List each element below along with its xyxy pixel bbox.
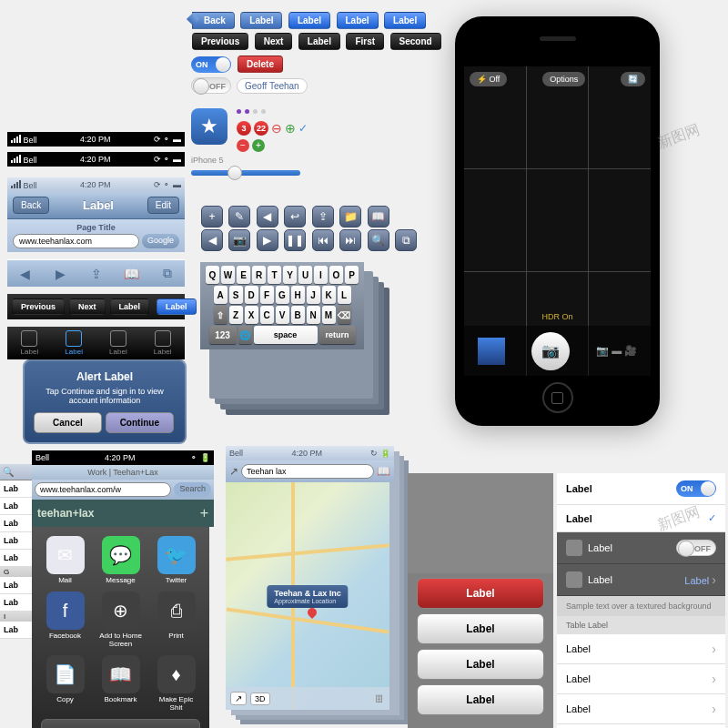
minus-icon[interactable]: − (237, 139, 249, 152)
tabs-icon[interactable]: ⧉ (158, 265, 177, 283)
key-f[interactable]: F (260, 286, 274, 304)
key-globe[interactable]: 🌐 (238, 326, 252, 344)
key-b[interactable]: B (291, 306, 305, 324)
label-button[interactable]: Label (384, 12, 426, 29)
key-v[interactable]: V (276, 306, 289, 324)
key-w[interactable]: W (221, 266, 235, 284)
second-button[interactable]: Second (390, 33, 441, 50)
key-l[interactable]: L (338, 286, 351, 304)
continue-button[interactable]: Continue (106, 412, 174, 433)
map-view[interactable]: Teehan & Lax Inc Approximate Location ↗ … (226, 482, 389, 710)
list-item[interactable]: Lab (0, 532, 36, 550)
search-icon[interactable]: 🔍 (368, 229, 389, 251)
key-x[interactable]: X (245, 306, 258, 324)
mode-switch[interactable]: 📷 ▬ 🎥 (596, 345, 637, 357)
plus-icon[interactable]: + (252, 139, 265, 152)
key-space[interactable]: space (254, 326, 318, 344)
list-item[interactable]: Lab (0, 480, 36, 498)
list-item[interactable]: Lab (0, 577, 36, 594)
key-s[interactable]: S (229, 286, 243, 304)
label-button[interactable]: Label (157, 298, 197, 315)
cancel-button[interactable]: Cancel (34, 412, 102, 433)
previous-button[interactable]: Previous (12, 298, 65, 315)
previous-button[interactable]: Previous (192, 33, 248, 50)
key-e[interactable]: E (237, 266, 250, 284)
tab-item[interactable]: Label (96, 330, 141, 356)
key-j[interactable]: J (307, 286, 320, 304)
compose-icon[interactable]: ✎ (228, 206, 250, 228)
share-item[interactable]: fFacebook (41, 592, 89, 648)
forward-icon[interactable]: ▶ (52, 265, 70, 283)
label-button[interactable]: Label (110, 298, 150, 315)
switch-camera-icon[interactable]: 🔄 (621, 72, 645, 86)
pause-icon[interactable]: ❚❚ (284, 229, 306, 251)
add-icon[interactable]: ⊕ (285, 121, 296, 136)
bookmarks-icon[interactable]: 📖 (377, 465, 390, 478)
locate-button[interactable]: ↗ (230, 692, 247, 705)
share-item[interactable]: ⎙Print (152, 592, 200, 648)
label-button[interactable]: Label (288, 12, 330, 29)
back-button[interactable]: Back (13, 197, 49, 214)
action-button[interactable]: Label (417, 684, 544, 715)
map-callout[interactable]: Teehan & Lax Inc Approximate Location (267, 585, 348, 608)
key-return[interactable]: return (319, 326, 356, 344)
bookmarks-icon[interactable]: 📖 (123, 265, 141, 283)
play-icon[interactable]: ▶ (257, 229, 278, 251)
edit-button[interactable]: Edit (147, 197, 179, 214)
table-row[interactable]: Label› (557, 634, 725, 664)
rewind-icon[interactable]: ⏮ (312, 229, 334, 251)
book-icon[interactable]: 📖 (368, 206, 389, 228)
key-t[interactable]: T (268, 266, 281, 284)
key-a[interactable]: A (214, 286, 228, 304)
3d-button[interactable]: 3D (250, 693, 270, 705)
key-c[interactable]: C (260, 306, 274, 324)
share-item[interactable]: 📄Copy (41, 655, 89, 712)
key-z[interactable]: Z (229, 306, 243, 324)
cancel-button[interactable]: Cancel (41, 719, 200, 728)
forward-icon[interactable]: ⏭ (339, 229, 361, 251)
list-item[interactable]: Lab (0, 622, 36, 639)
toggle-on[interactable]: ON (191, 56, 231, 73)
toggle-on[interactable]: ON (676, 480, 716, 497)
tab-item[interactable]: Label (7, 330, 52, 356)
action-button[interactable]: Label (417, 613, 544, 644)
back-icon[interactable]: ◀ (257, 206, 278, 228)
slider[interactable] (191, 170, 300, 176)
table-row[interactable]: Label Label › (557, 564, 725, 596)
action-button[interactable]: Label (417, 649, 544, 680)
key-g[interactable]: G (276, 286, 289, 304)
table-row[interactable]: Label› (557, 664, 725, 694)
table-row[interactable]: Label OFF (557, 532, 725, 564)
table-row[interactable]: Label ON (557, 473, 725, 505)
label-button[interactable]: Label (298, 33, 340, 50)
share-item[interactable]: ♦Make Epic Shit (152, 655, 200, 712)
key-r[interactable]: R (252, 266, 266, 284)
list-item[interactable]: Lab (0, 550, 36, 567)
flash-button[interactable]: ⚡ Off (470, 72, 507, 86)
delete-button[interactable]: Delete (238, 56, 283, 73)
add-icon[interactable]: + (200, 505, 208, 521)
toggle-off[interactable]: OFF (191, 77, 231, 94)
share-icon[interactable]: ⇪ (87, 265, 106, 283)
google-button[interactable]: Google (142, 234, 179, 248)
next-button[interactable]: Next (69, 298, 106, 315)
tab-item[interactable]: Label (52, 330, 96, 356)
folder-icon[interactable]: 📁 (339, 206, 361, 228)
label-button[interactable]: Label (337, 12, 379, 29)
list-item[interactable]: Lab (0, 498, 36, 515)
next-button[interactable]: Next (255, 33, 293, 50)
share-icon[interactable]: ⇪ (312, 206, 334, 228)
key-y[interactable]: Y (283, 266, 297, 284)
key-delete[interactable]: ⌫ (338, 306, 351, 324)
home-button[interactable] (542, 382, 573, 413)
share-item[interactable]: ✉Mail (41, 536, 89, 584)
destructive-button[interactable]: Label (417, 578, 544, 609)
search-input[interactable] (241, 464, 374, 479)
key-d[interactable]: D (245, 286, 258, 304)
shutter-button[interactable]: 📷 (531, 332, 570, 370)
camera-icon[interactable]: 📷 (228, 229, 250, 251)
list-item[interactable]: Lab (0, 515, 36, 532)
label-button[interactable]: Label (240, 12, 282, 29)
key-u[interactable]: U (298, 266, 312, 284)
share-item[interactable]: ⊕Add to Home Screen (96, 592, 145, 648)
